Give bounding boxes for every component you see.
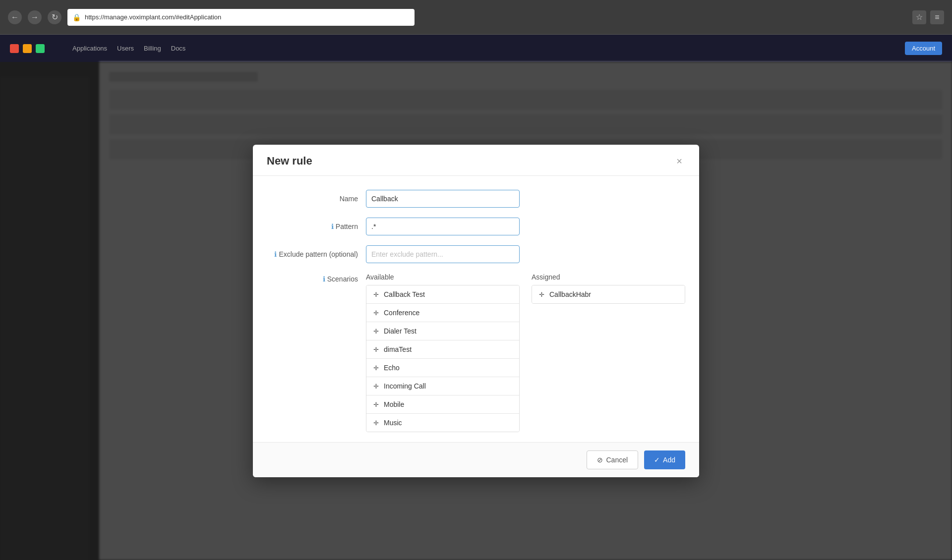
scenarios-label: ℹ Scenarios [267, 273, 366, 283]
cancel-label: Cancel [606, 456, 628, 464]
app-nav: Applications Users Billing Docs [72, 45, 185, 52]
modal-close-button[interactable]: × [673, 155, 685, 167]
scenario-label: Echo [384, 364, 400, 372]
modal-body: Name ℹ Pattern ℹ Exclude patte [253, 176, 699, 442]
nav-docs[interactable]: Docs [171, 45, 186, 52]
drag-icon: ✛ [373, 309, 379, 317]
list-item[interactable]: ✛ Dialer Test [366, 322, 519, 340]
list-item[interactable]: ✛ Echo [366, 359, 519, 377]
pattern-info-icon: ℹ [331, 223, 334, 230]
cancel-button[interactable]: ⊘ Cancel [587, 450, 638, 469]
page-background: New rule × Name ℹ Pattern [0, 62, 952, 560]
scenarios-row: ℹ Scenarios Available ✛ Callback Test [267, 273, 685, 432]
name-row: Name [267, 190, 685, 208]
modal-footer: ⊘ Cancel ✓ Add [253, 442, 699, 477]
assigned-column: Assigned ✛ CallbackHabr [532, 273, 685, 432]
list-item[interactable]: ✛ CallbackHabr [532, 285, 685, 303]
drag-icon: ✛ [373, 346, 379, 353]
logo-dot-red [10, 44, 19, 53]
scenario-label: CallbackHabr [549, 290, 591, 298]
scenarios-info-icon: ℹ [323, 275, 325, 283]
url-bar[interactable]: 🔒 https://manage.voximplant.com/#editApp… [67, 9, 415, 26]
list-item[interactable]: ✛ dimaTest [366, 340, 519, 359]
url-text: https://manage.voximplant.com/#editAppli… [85, 13, 221, 21]
app-header-right: Account [905, 42, 942, 55]
name-input[interactable] [366, 190, 520, 208]
nav-applications[interactable]: Applications [72, 45, 107, 52]
list-item[interactable]: ✛ Callback Test [366, 285, 519, 304]
nav-billing[interactable]: Billing [144, 45, 161, 52]
name-label: Name [267, 195, 366, 203]
list-item[interactable]: ✛ Incoming Call [366, 377, 519, 395]
list-item[interactable]: ✛ Music [366, 414, 519, 432]
drag-icon: ✛ [373, 291, 379, 298]
scenario-label: Dialer Test [384, 327, 416, 335]
exclude-info-icon: ℹ [274, 250, 277, 258]
back-button[interactable]: ← [8, 10, 22, 24]
app-logo [10, 44, 45, 53]
assigned-list: ✛ CallbackHabr [532, 285, 685, 304]
forward-button[interactable]: → [28, 10, 42, 24]
browser-chrome: ← → ↻ 🔒 https://manage.voximplant.com/#e… [0, 0, 952, 35]
drag-icon: ✛ [373, 401, 379, 408]
logo-dot-green [36, 44, 45, 53]
pattern-row: ℹ Pattern [267, 218, 685, 235]
drag-icon: ✛ [373, 383, 379, 390]
list-item[interactable]: ✛ Conference [366, 304, 519, 322]
modal-overlay: New rule × Name ℹ Pattern [0, 62, 952, 560]
drag-icon: ✛ [373, 419, 379, 427]
modal-title: New rule [267, 155, 312, 168]
add-label: Add [663, 456, 675, 464]
new-rule-modal: New rule × Name ℹ Pattern [253, 145, 699, 477]
add-button[interactable]: ✓ Add [644, 450, 685, 469]
list-item[interactable]: ✛ Mobile [366, 395, 519, 414]
scenario-label: Incoming Call [384, 382, 426, 390]
scenario-label: Music [384, 419, 402, 427]
available-column: Available ✛ Callback Test ✛ Conference [366, 273, 520, 432]
scenario-label: dimaTest [384, 345, 412, 353]
cancel-icon: ⊘ [597, 456, 603, 464]
scenarios-columns: Available ✛ Callback Test ✛ Conference [366, 273, 685, 432]
add-icon: ✓ [654, 456, 660, 464]
drag-icon: ✛ [373, 328, 379, 335]
scenario-label: Callback Test [384, 290, 425, 298]
modal-header: New rule × [253, 145, 699, 176]
available-header: Available [366, 273, 520, 281]
app-header: Applications Users Billing Docs Account [0, 35, 952, 62]
pattern-label: ℹ Pattern [267, 223, 366, 230]
assigned-header: Assigned [532, 273, 685, 281]
star-button[interactable]: ☆ [912, 10, 926, 24]
exclude-pattern-input[interactable] [366, 245, 520, 263]
drag-icon: ✛ [539, 291, 544, 298]
exclude-pattern-label: ℹ Exclude pattern (optional) [267, 250, 366, 258]
refresh-button[interactable]: ↻ [48, 10, 61, 24]
ssl-icon: 🔒 [72, 13, 81, 21]
scenario-label: Mobile [384, 400, 404, 408]
browser-actions: ☆ ≡ [912, 10, 944, 24]
exclude-pattern-row: ℹ Exclude pattern (optional) [267, 245, 685, 263]
nav-users[interactable]: Users [117, 45, 134, 52]
available-list: ✛ Callback Test ✛ Conference ✛ Dialer Te… [366, 285, 520, 432]
drag-icon: ✛ [373, 364, 379, 372]
pattern-input[interactable] [366, 218, 520, 235]
user-account-button[interactable]: Account [905, 42, 942, 55]
logo-dot-orange [23, 44, 32, 53]
menu-button[interactable]: ≡ [930, 10, 944, 24]
scenario-label: Conference [384, 309, 419, 317]
